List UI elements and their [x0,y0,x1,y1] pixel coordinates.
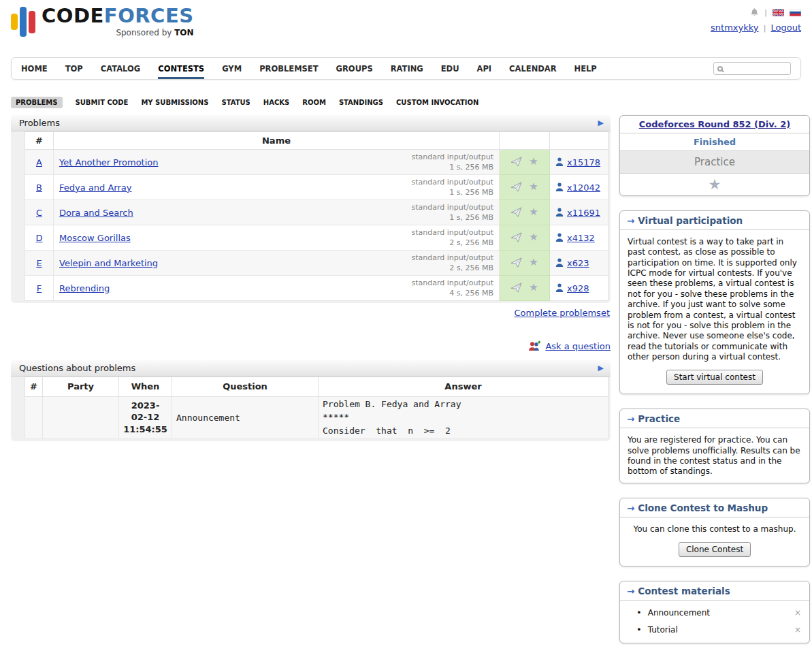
favourite-star-icon[interactable]: ★ [529,206,538,218]
problem-name-link[interactable]: Rebrending [59,283,110,293]
problem-letter-link[interactable]: D [35,233,42,243]
solved-count-link[interactable]: x928 [567,283,589,293]
favourite-star-icon[interactable]: ★ [529,231,538,243]
sidebar-arrow-icon[interactable]: → [627,413,634,424]
favourite-star-icon[interactable]: ★ [529,256,538,268]
search-input[interactable] [726,63,787,74]
submit-plane-icon[interactable] [510,257,522,268]
problem-letter-link[interactable]: A [36,157,42,167]
nav-item-calendar[interactable]: CALENDAR [509,58,556,79]
submit-plane-icon[interactable] [510,207,522,217]
favourite-star-icon[interactable]: ★ [529,180,538,193]
remove-material-icon[interactable]: × [794,625,801,635]
clone-mashup-box: →Clone Contest to Mashup You can clone t… [619,498,810,566]
question-index-cell [25,396,43,438]
search-box [713,62,791,75]
logo-sponsored: Sponsored by TON [42,28,194,37]
problem-name-link[interactable]: Moscow Gorillas [59,233,131,243]
solved-count-link[interactable]: x623 [567,258,589,268]
submit-plane-icon[interactable] [510,182,522,192]
nav-item-gym[interactable]: GYM [222,58,242,79]
bell-icon[interactable] [750,7,759,17]
favourite-star-icon[interactable]: ★ [529,155,538,167]
problem-row: B Fedya and Array standard input/output1… [25,175,608,200]
problem-limits: 1 s, 256 MB [411,212,493,223]
col-header-actions [500,132,550,150]
nav-item-catalog[interactable]: CATALOG [101,58,140,79]
solved-count-link[interactable]: x15178 [567,157,600,167]
problem-name-link[interactable]: Velepin and Marketing [59,258,158,268]
submit-plane-icon[interactable] [510,157,522,167]
virtual-participation-box: →Virtual participation Virtual contest i… [619,210,810,394]
clone-mashup-caption: →Clone Contest to Mashup [620,498,809,517]
sidebar-arrow-icon[interactable]: → [627,215,634,226]
nav-item-edu[interactable]: EDU [441,58,459,79]
logout-link[interactable]: Logout [770,22,801,33]
problem-letter-link[interactable]: F [37,283,42,293]
solved-count-link[interactable]: x4132 [567,233,595,243]
material-tutorial-link[interactable]: Tutorial [648,625,678,635]
sidebar-arrow-icon[interactable]: → [627,502,634,513]
problem-name-link[interactable]: Dora and Search [59,208,133,218]
complete-problemset-link[interactable]: Complete problemset [515,308,610,318]
bullet-icon: • [636,607,642,618]
clone-contest-button[interactable]: Clone Contest [679,542,751,557]
solved-count-link[interactable]: x11691 [567,208,600,218]
ask-question-icon [528,340,541,352]
sidebar-arrow-icon[interactable]: → [627,586,634,596]
problem-name-link[interactable]: Fedya and Array [59,182,131,193]
ask-question-link[interactable]: Ask a question [545,341,611,351]
practice-box: →Practice You are registered for practic… [619,409,810,483]
nav-item-help[interactable]: HELP [574,58,597,79]
problem-io: standard input/output [411,202,493,212]
problem-limits: 2 s, 256 MB [411,263,493,273]
ru-flag-icon[interactable] [790,9,801,16]
codeforces-logo[interactable]: CODEFORCES Sponsored by TON [11,5,194,38]
questions-section: Questions about problems ▶ # Party When … [11,360,611,441]
nav-item-top[interactable]: TOP [65,58,83,79]
nav-item-api[interactable]: API [477,58,492,79]
nav-item-rating[interactable]: RATING [391,58,423,79]
uk-flag-icon[interactable] [773,9,784,16]
subnav-submit-code[interactable]: SUBMIT CODE [76,97,129,108]
problems-expand-arrow-icon[interactable]: ▶ [598,118,604,127]
clone-mashup-text: You can clone this contest to a mashup. [620,517,809,540]
start-virtual-contest-button[interactable]: Start virtual contest [666,370,763,385]
problem-row: C Dora and Search standard input/output1… [25,200,608,225]
question-row: 2023-02-12 11:54:55 Announcement Problem… [25,396,608,438]
problem-name-link[interactable]: Yet Another Promotion [59,157,158,167]
practice-caption: →Practice [620,409,809,428]
submit-plane-icon[interactable] [510,232,522,242]
nav-item-groups[interactable]: GROUPS [336,58,373,79]
subnav-problems[interactable]: PROBLEMS [11,97,63,108]
question-time: 11:54:55 [123,424,167,436]
problems-header-row: # Name [25,132,608,150]
favourite-star-icon[interactable]: ★ [529,281,538,293]
subnav-my-submissions[interactable]: MY SUBMISSIONS [141,97,208,108]
nav-item-contests[interactable]: CONTESTS [158,58,204,79]
submit-plane-icon[interactable] [510,283,522,293]
material-announcement-link[interactable]: Announcement [648,608,710,618]
subnav-hacks[interactable]: HACKS [263,97,289,108]
contest-favourite-star-icon[interactable]: ★ [709,176,721,193]
contest-title-link[interactable]: Codeforces Round 852 (Div. 2) [620,116,809,133]
subnav-standings[interactable]: STANDINGS [339,97,383,108]
solvers-icon [555,157,564,167]
nav-item-problemset[interactable]: PROBLEMSET [259,58,318,79]
problem-limits: 1 s, 256 MB [411,187,493,197]
questions-expand-arrow-icon[interactable]: ▶ [598,364,604,372]
problem-letter-link[interactable]: C [36,208,42,218]
practice-text: You are registered for practice. You can… [620,428,809,482]
problem-letter-link[interactable]: E [36,258,42,268]
subnav-custom-invocation[interactable]: CUSTOM INVOCATION [396,97,478,108]
solved-count-link[interactable]: x12042 [567,182,600,193]
subnav-status[interactable]: STATUS [221,97,250,108]
problem-limits: 4 s, 256 MB [411,288,493,298]
nav-item-home[interactable]: HOME [21,58,48,79]
problem-letter-link[interactable]: B [36,182,42,193]
remove-material-icon[interactable]: × [794,608,801,618]
username-link[interactable]: sntmxykky [711,22,758,33]
user-separator: | [764,24,766,33]
contest-status: Finished [620,133,809,151]
subnav-room[interactable]: ROOM [302,97,326,108]
